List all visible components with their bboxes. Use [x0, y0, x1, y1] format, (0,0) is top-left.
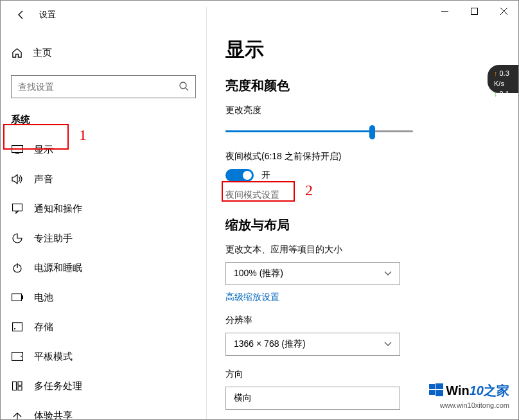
sidebar-item-label: 电源和睡眠: [34, 262, 82, 274]
toggle-state-text: 开: [261, 170, 270, 181]
slider-fill: [225, 130, 372, 132]
maximize-button[interactable]: [459, 1, 489, 21]
svg-rect-6: [12, 146, 23, 153]
brightness-slider[interactable]: [225, 123, 413, 141]
storage-icon: [11, 322, 24, 331]
sidebar-item-sound[interactable]: 声音: [1, 164, 206, 194]
search-input-wrap[interactable]: [11, 75, 196, 98]
resolution-label: 分辨率: [225, 315, 499, 326]
sidebar-item-battery[interactable]: 电池: [1, 283, 206, 312]
display-icon: [11, 145, 24, 154]
sidebar-item-focus[interactable]: 专注助手: [1, 223, 206, 253]
svg-point-16: [21, 356, 22, 357]
watermark: Win10之家 www.win10xitong.com: [429, 382, 509, 409]
page-title: 显示: [225, 37, 499, 63]
svg-rect-21: [435, 383, 443, 389]
svg-point-4: [180, 82, 186, 89]
close-button[interactable]: [489, 1, 518, 21]
section-brightness-color: 亮度和颜色: [225, 77, 499, 94]
scale-value: 100% (推荐): [234, 268, 283, 279]
sidebar-item-label: 体验共享: [34, 410, 73, 421]
advanced-scale-link[interactable]: 高级缩放设置: [225, 292, 499, 303]
sidebar-item-display[interactable]: 显示: [1, 135, 206, 164]
svg-rect-23: [435, 390, 443, 396]
network-speed-overlay: ↑0.3 K/s ↓0.1 K/s: [488, 65, 519, 93]
focus-icon: [11, 233, 24, 243]
search-icon: [179, 81, 189, 93]
brightness-label: 更改亮度: [225, 105, 499, 116]
power-icon: [11, 263, 24, 273]
svg-rect-1: [471, 8, 477, 14]
search-input[interactable]: [18, 82, 179, 92]
orientation-label: 方向: [225, 369, 499, 380]
multitask-icon: [11, 381, 24, 390]
resolution-value: 1366 × 768 (推荐): [234, 338, 306, 350]
sidebar-item-power[interactable]: 电源和睡眠: [1, 253, 206, 283]
sidebar-item-notifications[interactable]: 通知和操作: [1, 194, 206, 223]
svg-rect-11: [12, 294, 22, 301]
resolution-dropdown[interactable]: 1366 × 768 (推荐): [225, 333, 400, 356]
tablet-icon: [11, 352, 24, 361]
window-title: 设置: [39, 9, 56, 21]
notification-icon: [11, 204, 24, 214]
orientation-value: 横向: [234, 392, 252, 404]
sidebar-item-storage[interactable]: 存储: [1, 312, 206, 342]
night-light-toggle[interactable]: [225, 169, 254, 182]
share-icon: [11, 410, 24, 420]
sidebar-item-label: 显示: [34, 144, 53, 156]
download-arrow-icon: ↓: [494, 90, 498, 98]
night-light-settings-link[interactable]: 夜间模式设置: [225, 189, 499, 201]
sidebar-item-label: 平板模式: [34, 351, 73, 363]
orientation-dropdown[interactable]: 横向: [225, 387, 400, 410]
svg-rect-13: [13, 323, 22, 331]
watermark-url: www.win10xitong.com: [429, 401, 509, 409]
sidebar-item-label: 声音: [34, 173, 53, 186]
sidebar-item-multitask[interactable]: 多任务处理: [1, 371, 206, 401]
chevron-down-icon: [384, 271, 392, 276]
sound-icon: [11, 174, 24, 184]
sidebar: 主页 系统 显示 声音 通知和操作 专注助手 电源和睡眠: [1, 29, 206, 419]
svg-rect-22: [429, 390, 435, 395]
upload-speed: 0.3: [500, 69, 509, 77]
content-area: 显示 亮度和颜色 更改亮度 夜间模式(6:18 之前保持开启) 开 夜间模式设置…: [206, 29, 518, 419]
sidebar-item-tablet[interactable]: 平板模式: [1, 342, 206, 371]
home-icon: [11, 48, 22, 58]
svg-rect-20: [429, 384, 435, 389]
sidebar-item-label: 电池: [34, 292, 53, 304]
svg-point-14: [14, 328, 15, 329]
section-scale-layout: 缩放与布局: [225, 216, 499, 234]
sidebar-item-label: 通知和操作: [34, 203, 82, 215]
battery-icon: [11, 293, 24, 301]
scale-label: 更改文本、应用等项目的大小: [225, 244, 499, 256]
sidebar-item-share[interactable]: 体验共享: [1, 401, 206, 420]
sidebar-item-label: 专注助手: [34, 232, 73, 245]
svg-rect-19: [18, 387, 22, 390]
category-heading: 系统: [1, 114, 206, 126]
minimize-button[interactable]: [430, 1, 459, 21]
download-speed: 0.1: [500, 90, 509, 98]
sidebar-item-label: 存储: [34, 321, 53, 333]
chevron-down-icon: [384, 342, 392, 347]
svg-rect-12: [22, 295, 23, 299]
home-label: 主页: [33, 47, 52, 59]
scale-dropdown[interactable]: 100% (推荐): [225, 262, 400, 285]
home-link[interactable]: 主页: [1, 42, 206, 64]
slider-thumb[interactable]: [369, 125, 375, 139]
back-button[interactable]: [11, 4, 31, 25]
window-controls: [430, 1, 518, 21]
svg-rect-8: [13, 204, 22, 211]
svg-line-5: [186, 88, 188, 91]
svg-rect-17: [13, 382, 17, 390]
sidebar-item-label: 多任务处理: [34, 380, 82, 392]
upload-arrow-icon: ↑: [494, 69, 498, 77]
svg-rect-18: [18, 382, 22, 386]
night-light-label: 夜间模式(6:18 之前保持开启): [225, 151, 499, 162]
windows-logo-icon: [429, 383, 443, 400]
